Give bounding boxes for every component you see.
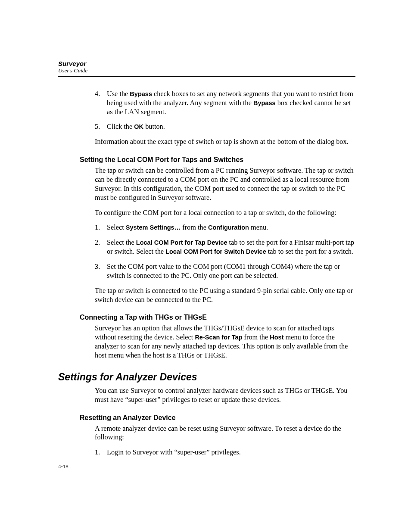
text: from the [181, 223, 208, 231]
text: Select [107, 223, 126, 231]
list-item: 5. Click the OK button. [95, 122, 355, 131]
text: Use the [107, 90, 130, 98]
paragraph: A remote analyzer device can be reset us… [95, 424, 355, 442]
body-content: 4. Use the Bypass check boxes to set any… [58, 90, 355, 457]
text: Click the [107, 122, 134, 131]
heading-level-2: Settings for Analyzer Devices [58, 371, 355, 383]
list-item: 2. Select the Local COM Port for Tap Dev… [95, 238, 355, 256]
list-body: Use the Bypass check boxes to set any ne… [107, 90, 355, 117]
text: Set the COM port value to the COM port (… [107, 262, 340, 280]
paragraph: The tap or switch is connected to the PC… [95, 286, 355, 305]
text: menu. [249, 223, 268, 231]
heading-level-3: Resetting an Analyzer Device [80, 414, 355, 422]
ui-term: Configuration [208, 224, 249, 231]
page-content: Surveyor User's Guide 4. Use the Bypass … [58, 60, 355, 457]
paragraph: To configure the COM port for a local co… [95, 208, 355, 218]
doc-subtitle: User's Guide [58, 68, 355, 74]
list-body: Set the COM port value to the COM port (… [107, 262, 355, 280]
text: button. [143, 122, 165, 131]
paragraph: The tap or switch can be controlled from… [95, 166, 355, 202]
list-body: Login to Surveyor with “super-user” priv… [107, 448, 355, 457]
doc-title: Surveyor [58, 60, 355, 68]
list-item: 1. Select System Settings… from the Conf… [95, 223, 355, 232]
paragraph: You can use Surveyor to control analyzer… [95, 386, 355, 404]
text: from the [243, 333, 270, 341]
paragraph: Surveyor has an option that allows the T… [95, 324, 355, 360]
ui-term: Host [270, 334, 283, 341]
text: tab to set the port for a switch. [266, 247, 353, 255]
list-body: Select the Local COM Port for Tap Device… [107, 238, 355, 256]
list-body: Select System Settings… from the Configu… [107, 223, 355, 232]
heading-level-3: Connecting a Tap with THGs or THGsE [80, 314, 355, 321]
page-number: 4-18 [58, 463, 68, 470]
list-item: 1. Login to Surveyor with “super-user” p… [95, 448, 355, 457]
ui-term: Bypass [253, 100, 276, 106]
running-header: Surveyor User's Guide [58, 60, 355, 74]
list-marker: 1. [95, 448, 107, 457]
list-marker: 5. [95, 122, 107, 131]
ui-term: OK [134, 123, 143, 130]
list-item: 4. Use the Bypass check boxes to set any… [95, 90, 355, 117]
ordered-list: 1. Select System Settings… from the Conf… [95, 223, 355, 280]
text: Login to Surveyor with “super-user” priv… [107, 448, 241, 456]
list-marker: 3. [95, 262, 107, 280]
list-item: 3. Set the COM port value to the COM por… [95, 262, 355, 280]
list-body: Click the OK button. [107, 122, 355, 131]
list-marker: 4. [95, 90, 107, 117]
ordered-list: 1. Login to Surveyor with “super-user” p… [95, 448, 355, 457]
ui-term: Local COM Port for Switch Device [165, 248, 266, 255]
ui-term: Bypass [130, 90, 152, 97]
ui-term: Re-Scan for Tap [195, 334, 242, 341]
text: Select the [107, 238, 136, 246]
list-marker: 2. [95, 238, 107, 256]
ui-term: Local COM Port for Tap Device [136, 239, 227, 246]
ordered-list-continued: 4. Use the Bypass check boxes to set any… [95, 90, 355, 131]
list-marker: 1. [95, 223, 107, 232]
heading-level-3: Setting the Local COM Port for Taps and … [80, 156, 355, 164]
header-rule [58, 76, 355, 77]
paragraph: Information about the exact type of swit… [95, 137, 355, 146]
ui-term: System Settings… [126, 224, 181, 231]
